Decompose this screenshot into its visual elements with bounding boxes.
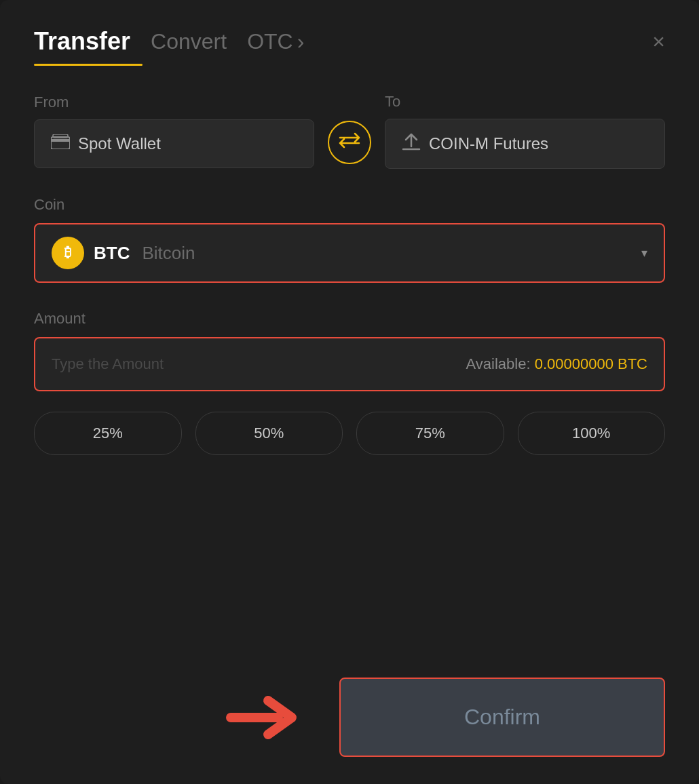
available-value: 0.00000000 BTC	[535, 355, 647, 372]
swap-button[interactable]	[328, 121, 371, 164]
coin-selector[interactable]: ₿ BTC Bitcoin ▾	[34, 223, 665, 283]
arrow-annotation	[224, 687, 305, 748]
from-label: From	[34, 94, 314, 111]
to-wallet-icon	[402, 133, 421, 155]
tab-otc-label: OTC	[247, 29, 293, 54]
tab-underline	[34, 64, 143, 66]
amount-box[interactable]: Type the Amount Available: 0.00000000 BT…	[34, 337, 665, 391]
pct-25-button[interactable]: 25%	[34, 412, 182, 455]
from-column: From Spot Wallet	[34, 94, 314, 168]
svg-text:₿: ₿	[64, 245, 71, 260]
from-to-row: From Spot Wallet	[34, 93, 665, 169]
to-label: To	[385, 93, 665, 111]
modal-header: Transfer Convert OTC › ×	[34, 27, 665, 56]
tab-transfer[interactable]: Transfer	[34, 27, 130, 56]
tab-convert[interactable]: Convert	[151, 29, 227, 54]
to-wallet-text: COIN-M Futures	[429, 134, 548, 153]
pct-100-button[interactable]: 100%	[518, 412, 666, 455]
svg-rect-2	[53, 134, 68, 138]
coin-label: Coin	[34, 196, 665, 214]
coin-chevron-icon: ▾	[641, 246, 647, 260]
confirm-area: Confirm	[34, 678, 665, 757]
percentage-row: 25% 50% 75% 100%	[34, 412, 665, 455]
pct-75-button[interactable]: 75%	[356, 412, 504, 455]
pct-50-button[interactable]: 50%	[195, 412, 343, 455]
available-label: Available:	[466, 355, 531, 372]
coin-symbol: BTC	[94, 243, 130, 264]
to-column: To COIN-M Futures	[385, 93, 665, 169]
svg-rect-0	[51, 137, 70, 149]
amount-placeholder: Type the Amount	[52, 355, 164, 373]
from-wallet-selector[interactable]: Spot Wallet	[34, 119, 314, 168]
from-wallet-text: Spot Wallet	[78, 134, 161, 153]
arrow-icon	[224, 687, 305, 748]
from-wallet-icon	[51, 134, 70, 153]
btc-icon: ₿	[52, 237, 84, 269]
tab-otc[interactable]: OTC ›	[247, 29, 304, 54]
confirm-button[interactable]: Confirm	[339, 678, 665, 757]
transfer-modal: Transfer Convert OTC › × From Spot Walle…	[0, 0, 699, 784]
coin-name: Bitcoin	[142, 243, 195, 264]
close-button[interactable]: ×	[652, 31, 665, 52]
swap-icon	[339, 132, 360, 153]
tab-otc-chevron: ›	[297, 29, 305, 54]
amount-label: Amount	[34, 310, 665, 328]
amount-available: Available: 0.00000000 BTC	[466, 355, 647, 373]
to-wallet-selector[interactable]: COIN-M Futures	[385, 119, 665, 169]
svg-rect-1	[51, 139, 70, 142]
